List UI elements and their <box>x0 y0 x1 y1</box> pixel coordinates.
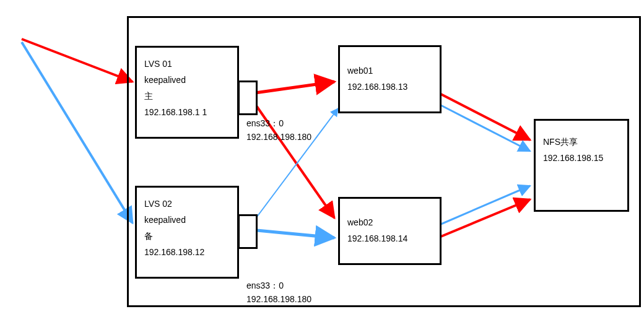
web02-ip: 192.168.198.14 <box>347 231 433 247</box>
node-web01: web01 192.168.198.13 <box>338 45 442 113</box>
node-lvs01: LVS 01 keepalived 主 192.168.198.1 1 <box>135 46 239 139</box>
web01-ip: 192.168.198.13 <box>347 79 433 95</box>
arrow-entry-to-lvs02 <box>22 42 133 223</box>
nfs-title: NFS共享 <box>543 134 621 150</box>
lvs01-keepalived: keepalived <box>144 72 231 89</box>
ens33-bottom-line2: 192.168.198.180 <box>246 292 311 306</box>
ens33-port-lvs02 <box>238 214 258 249</box>
ens33-top-line2: 192.168.198.180 <box>246 130 311 144</box>
lvs02-title: LVS 02 <box>144 196 231 212</box>
web02-title: web02 <box>347 215 433 231</box>
ens33-label-bottom: ens33：0 192.168.198.180 <box>246 279 311 307</box>
lvs02-keepalived: keepalived <box>144 212 231 228</box>
lvs01-ip: 192.168.198.1 1 <box>144 105 231 121</box>
nfs-ip: 192.168.198.15 <box>543 150 621 167</box>
node-nfs: NFS共享 192.168.198.15 <box>534 119 629 212</box>
lvs02-ip: 192.168.198.12 <box>144 245 231 261</box>
ens33-top-line1: ens33：0 <box>246 116 311 130</box>
ens33-port-lvs01 <box>238 80 258 115</box>
node-lvs02: LVS 02 keepalived 备 192.168.198.12 <box>135 186 239 279</box>
lvs01-title: LVS 01 <box>144 56 231 72</box>
node-web02: web02 192.168.198.14 <box>338 197 442 265</box>
ens33-bottom-line1: ens33：0 <box>246 279 311 292</box>
arrow-entry-to-lvs01 <box>22 39 133 82</box>
diagram-canvas: LVS 01 keepalived 主 192.168.198.1 1 LVS … <box>0 0 644 322</box>
lvs02-role: 备 <box>144 228 231 245</box>
ens33-label-top: ens33：0 192.168.198.180 <box>246 116 311 144</box>
web01-title: web01 <box>347 63 433 79</box>
lvs01-role: 主 <box>144 89 231 105</box>
